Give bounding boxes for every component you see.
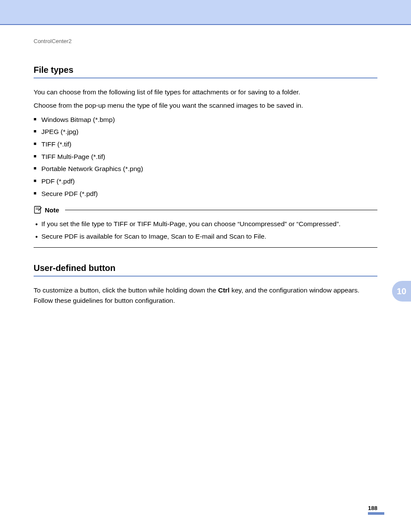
para-text: To customize a button, click the button … — [34, 286, 218, 294]
list-item: Secure PDF (*.pdf) — [34, 188, 377, 200]
list-item: Portable Network Graphics (*.png) — [34, 163, 377, 175]
page-content: ControlCenter2 File types You can choose… — [0, 25, 411, 306]
file-types-intro-2: Choose from the pop-up menu the type of … — [34, 100, 377, 111]
note-header: Note — [34, 206, 377, 214]
chapter-tab: 10 — [392, 281, 411, 302]
file-types-intro-1: You can choose from the following list o… — [34, 87, 377, 98]
note-items: If you set the file type to TIFF or TIFF… — [34, 218, 377, 243]
heading-user-defined-button: User-defined button — [34, 263, 377, 277]
note-item: Secure PDF is available for Scan to Imag… — [34, 230, 377, 243]
list-item: TIFF (*.tif) — [34, 138, 377, 151]
note-divider-top — [65, 210, 377, 210]
note-icon — [34, 206, 42, 214]
breadcrumb: ControlCenter2 — [34, 38, 377, 44]
page-number-underline — [368, 512, 384, 515]
list-item: PDF (*.pdf) — [34, 175, 377, 188]
top-header-bar — [0, 0, 411, 25]
note-item: If you set the file type to TIFF or TIFF… — [34, 218, 377, 230]
note-box: Note If you set the file type to TIFF or… — [34, 206, 377, 247]
page-number: 188 — [368, 505, 377, 511]
note-label: Note — [45, 206, 59, 214]
note-divider-bottom — [34, 247, 377, 248]
file-types-list: Windows Bitmap (*.bmp) JPEG (*.jpg) TIFF… — [34, 114, 377, 200]
ctrl-key-label: Ctrl — [218, 286, 230, 294]
list-item: JPEG (*.jpg) — [34, 126, 377, 138]
list-item: Windows Bitmap (*.bmp) — [34, 114, 377, 126]
list-item: TIFF Multi-Page (*.tif) — [34, 151, 377, 163]
heading-file-types: File types — [34, 65, 377, 78]
user-defined-description: To customize a button, click the button … — [34, 285, 377, 306]
